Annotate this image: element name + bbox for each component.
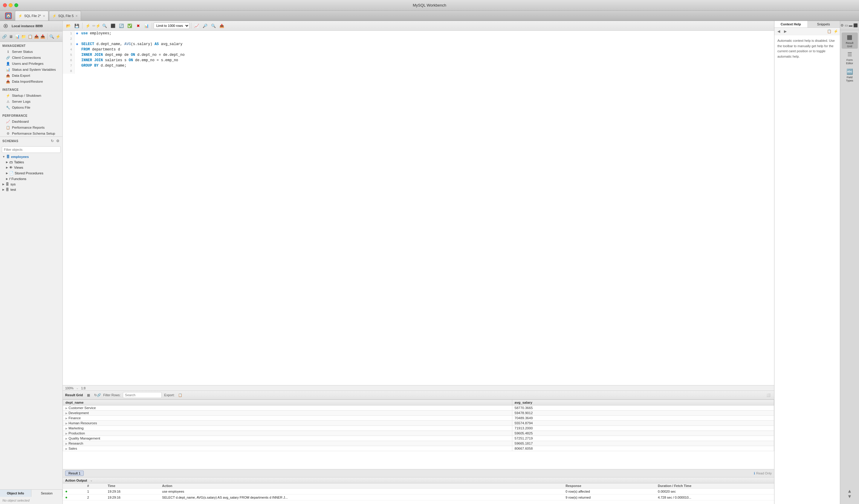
help-prev-btn[interactable]: ◀ (775, 28, 782, 34)
tb-btn1[interactable]: 🔗 (2, 33, 7, 40)
sql-open-btn[interactable]: 📂 (64, 22, 72, 30)
result-grid-view-btn[interactable]: ▦ (85, 392, 92, 398)
form-editor-panel-btn[interactable]: ☰ FormEditor (842, 50, 858, 66)
context-help-tab[interactable]: Context Help (774, 21, 807, 28)
schemas-header: SCHEMAS ↻ ⚙ (0, 137, 62, 145)
scroll-down-btn[interactable]: ▼ (847, 494, 852, 499)
tb-btn8[interactable]: 🔍 (49, 33, 54, 40)
tb-btn2[interactable]: 🖥 (8, 33, 13, 40)
sql-stop-btn[interactable]: ⬛ (109, 22, 117, 30)
help-text: Automatic context help is disabled. Use … (774, 35, 840, 504)
maximize-button[interactable] (14, 3, 18, 7)
snippets-tab[interactable]: Snippets (807, 21, 840, 28)
sidebar-item-server-status[interactable]: ℹ Server Status (0, 49, 62, 54)
schema-stored-procedures[interactable]: ▶ 📄 Stored Procedures (0, 170, 62, 176)
sql-rollback-btn[interactable]: 🔄 (118, 22, 125, 30)
sidebar-item-dashboard[interactable]: 📈 Dashboard (0, 119, 62, 125)
sql-editor[interactable]: 1 use employees; 2 3 SELECT d.dept (63, 31, 774, 385)
schemas-reload-btn[interactable]: ↻ (50, 139, 55, 143)
local-instance-label[interactable]: Local instance 8899 (11, 24, 44, 28)
result-refresh-btn[interactable]: ↻🔗 (94, 392, 101, 398)
limit-select[interactable]: Limit to 1000 rows (154, 22, 190, 29)
field-types-panel-btn[interactable]: 🔤 FieldTypes (842, 67, 858, 83)
layout1-mini-icon[interactable]: ▭ (845, 22, 848, 29)
tb-btn9[interactable]: ⚡ (55, 33, 61, 40)
minimize-button[interactable] (9, 3, 13, 7)
schema-tables[interactable]: ▶ 🗃 Tables (0, 159, 62, 165)
schema-filter-input[interactable] (2, 146, 61, 153)
action-output-header: Action Output ⌄ (63, 477, 774, 484)
schema-functions[interactable]: ▶ f Functions (0, 176, 62, 182)
filter-rows-input[interactable] (123, 392, 162, 398)
sql-refresh-btn[interactable]: 📊 (142, 22, 150, 30)
session-tab[interactable]: Session (31, 490, 63, 497)
help-auto-btn[interactable]: ⚡ (833, 28, 839, 34)
sql-file-5-tab[interactable]: ⚡ SQL File 5 ✕ (49, 11, 81, 20)
sql-x-btn[interactable]: ✖ (134, 22, 142, 30)
tab-bar: 🏠 ⚡ SQL File 2* ✕ ⚡ SQL File 5 ✕ (0, 11, 859, 21)
tb-local-instance[interactable] (2, 22, 10, 30)
sql-toolbar: 📂 💾 ⚡ ✏⚡ 🔍 ⬛ 🔄 ✅ ✖ 📊 Limit to 1000 rows … (63, 21, 774, 31)
sidebar-item-perf-schema-setup[interactable]: ⚙ Performance Schema Setup (0, 130, 62, 137)
close-button[interactable] (3, 3, 7, 7)
tb-btn7[interactable]: 📥 (40, 33, 45, 40)
tb-btn5[interactable]: 📋 (28, 33, 33, 40)
svg-point-1 (5, 26, 6, 27)
tb-btn3[interactable]: 📊 (15, 33, 20, 40)
scroll-up-btn[interactable]: ▲ (847, 488, 852, 494)
views-label: Views (14, 166, 23, 169)
schemas-config-btn[interactable]: ⚙ (55, 139, 60, 143)
sys-icon: 🗄 (6, 183, 9, 186)
sql-check-btn[interactable]: ✅ (126, 22, 134, 30)
editor-container: 1 use employees; 2 3 SELECT d.dept (63, 31, 774, 385)
results-table-container[interactable]: dept_name avg_salary ▶ Customer Service5… (63, 399, 774, 469)
schema-views[interactable]: ▶ 👁 Views (0, 165, 62, 170)
tables-expand: ▶ (6, 161, 8, 163)
zoom-arrow[interactable]: ⌄ (76, 386, 79, 390)
sidebar-item-status-variables[interactable]: 📊 Status and System Variables (0, 67, 62, 73)
result-grid-panel-btn[interactable]: ▦ ResultGrid (842, 33, 858, 49)
sql-export2-btn[interactable]: 📤 (218, 22, 226, 30)
sidebar-item-client-connections[interactable]: 🔗 Client Connections (0, 54, 62, 61)
result-1-tab[interactable]: Result 1 (65, 471, 84, 476)
sidebar-item-options-file[interactable]: 🔧 Options File (0, 105, 62, 110)
tb-btn4[interactable]: 📁 (21, 33, 26, 40)
client-connections-icon: 🔗 (6, 56, 10, 60)
sql-execute-btn[interactable]: ⚡ (84, 22, 92, 30)
row-avg-salary: 80667.6058 (512, 446, 774, 451)
sql-find-btn[interactable]: 🔍 (101, 22, 108, 30)
help-next-btn[interactable]: ▶ (782, 28, 788, 34)
layout3-mini-icon[interactable]: ⬛ (853, 22, 858, 29)
layout2-mini-icon[interactable]: ▬ (849, 22, 853, 29)
object-info-tab[interactable]: Object Info (0, 490, 31, 497)
editor-line-3: 3 SELECT d.dept_name, AVG(s.salary) AS a… (63, 42, 774, 47)
help-copy-btn[interactable]: 📋 (826, 28, 832, 34)
schema-sys[interactable]: ▶ 🗄 sys (0, 182, 62, 187)
sidebar-item-data-export[interactable]: 📤 Data Export (0, 73, 62, 79)
ao-row-1: ● 1 19:29:16 use employees 0 row(s) affe… (63, 488, 774, 494)
sql-execute-selected-btn[interactable]: ✏⚡ (92, 22, 100, 30)
tb-btn6[interactable]: 📤 (34, 33, 39, 40)
sql-file-2-tab[interactable]: ⚡ SQL File 2* ✕ (15, 11, 48, 20)
schema-test[interactable]: ▶ 🗄 test (0, 187, 62, 192)
row-avg-salary: 55574.8794 (512, 421, 774, 426)
sql-file-5-close[interactable]: ✕ (75, 14, 78, 18)
home-tab[interactable]: 🏠 (2, 11, 14, 20)
sidebar-item-performance-reports[interactable]: 📋 Performance Reports (0, 125, 62, 130)
sql-profiler-btn[interactable]: 📈 (193, 22, 200, 30)
sidebar-item-data-import[interactable]: 📥 Data Import/Restore (0, 79, 62, 84)
sidebar-item-startup-shutdown[interactable]: ⚡ Startup / Shutdown (0, 93, 62, 98)
results-toolbar: Result Grid ▦ ↻🔗 Filter Rows: Export: 📋 … (63, 391, 774, 399)
expand-panel-btn[interactable]: ⬜ (765, 392, 772, 398)
sql-save-btn[interactable]: 💾 (73, 22, 81, 30)
sql-file-2-close[interactable]: ✕ (43, 14, 45, 18)
sql-search2-btn[interactable]: 🔎 (201, 22, 209, 30)
action-output-sort[interactable]: ⌄ (90, 478, 93, 482)
sql-search3-btn[interactable]: 🔍 (210, 22, 217, 30)
sidebar-item-users-privileges[interactable]: 👤 Users and Privileges (0, 61, 62, 67)
sys-expand: ▶ (2, 183, 4, 186)
settings-mini-icon[interactable]: ⚙ (841, 22, 844, 29)
schema-employees[interactable]: ▼ 🗄 employees (0, 154, 62, 159)
export-btn[interactable]: 📋 (177, 392, 183, 398)
sidebar-item-server-logs[interactable]: ⚠ Server Logs (0, 98, 62, 105)
